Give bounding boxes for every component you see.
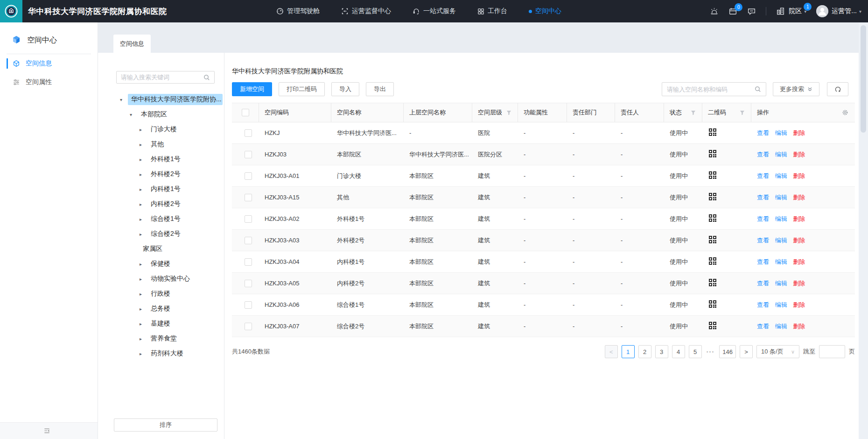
edit-link[interactable]: 编辑 [775,215,787,222]
delete-link[interactable]: 删除 [793,194,805,201]
tree-node[interactable]: ▸ 外科楼2号 [98,167,224,182]
tree-node-label[interactable]: 综合楼1号 [147,213,184,225]
view-link[interactable]: 查看 [757,194,769,201]
delete-link[interactable]: 删除 [793,172,805,179]
row-checkbox[interactable] [245,280,252,287]
row-checkbox[interactable] [245,172,252,180]
tree-node[interactable]: ▾ 本部院区 [98,107,224,122]
tree-node-label[interactable]: 动物实验中心 [147,273,193,284]
sidebar-item-space-info[interactable]: 空间信息 [0,54,98,73]
caret-right-icon[interactable]: ▸ [140,142,147,147]
delete-link[interactable]: 删除 [793,323,805,330]
tree-node-label[interactable]: 家属区 [140,243,166,255]
edit-link[interactable]: 编辑 [775,129,787,136]
tree-node-label[interactable]: 综合楼2号 [147,228,184,240]
tree-search-input[interactable] [121,74,203,81]
delete-link[interactable]: 删除 [793,151,805,158]
edit-link[interactable]: 编辑 [775,237,787,244]
tree-node-label[interactable]: 内科楼2号 [147,198,184,210]
prev-page-button[interactable]: < [605,345,618,358]
qr-code-icon[interactable] [708,127,717,137]
last-page-button[interactable]: 146 [719,345,736,358]
nav-workbench[interactable]: 工作台 [477,7,507,15]
tree-node[interactable]: ▸ 内科楼2号 [98,197,224,212]
filter-icon[interactable] [506,110,511,115]
nav-dashboard[interactable]: 管理驾驶舱 [276,7,320,15]
caret-right-icon[interactable]: ▸ [140,217,147,222]
select-all-checkbox[interactable] [242,109,249,116]
delete-link[interactable]: 删除 [793,237,805,244]
view-link[interactable]: 查看 [757,129,769,136]
row-checkbox[interactable] [245,129,252,137]
row-checkbox[interactable] [245,301,252,309]
caret-right-icon[interactable]: ▸ [140,187,147,192]
tree-node[interactable]: ▸ 基建楼 [98,316,224,331]
tree-node-label[interactable]: 华中科技大学同济医学院附协... [128,94,223,105]
tree-node[interactable]: ▸ 综合楼1号 [98,212,224,227]
qr-code-icon[interactable] [708,149,717,158]
view-link[interactable]: 查看 [757,323,769,330]
import-button[interactable]: 导入 [331,82,359,96]
qr-code-icon[interactable] [708,192,717,201]
page-button[interactable]: 4 [672,345,685,358]
qr-code-icon[interactable] [708,321,717,330]
qr-code-icon[interactable] [708,256,717,266]
view-link[interactable]: 查看 [757,280,769,287]
nav-space-center[interactable]: 空间中心 [529,7,561,15]
tree-node[interactable]: ▸ 门诊大楼 [98,122,224,137]
delete-link[interactable]: 删除 [793,280,805,287]
tree-node[interactable]: ▸ 总务楼 [98,301,224,316]
tree-node-label[interactable]: 总务楼 [147,303,174,314]
tree-node-label[interactable]: 外科楼2号 [147,169,184,180]
tab-space-info[interactable]: 空间信息 [113,35,151,53]
tree-node[interactable]: ▸ 药剂科大楼 [98,346,224,361]
caret-down-icon[interactable]: ▾ [120,97,128,102]
row-checkbox[interactable] [245,194,252,201]
edit-link[interactable]: 编辑 [775,258,787,265]
row-checkbox[interactable] [245,151,252,158]
edit-link[interactable]: 编辑 [775,301,787,308]
user-menu[interactable]: 运营管... ▾ [816,5,861,17]
caret-right-icon[interactable]: ▸ [140,232,147,237]
scrollbar-thumb[interactable] [861,25,866,133]
row-checkbox[interactable] [245,258,252,266]
nav-service[interactable]: 一站式服务 [413,7,456,15]
search-icon[interactable] [755,86,761,92]
qr-code-icon[interactable] [708,235,717,244]
tree-node-label[interactable]: 其他 [147,139,167,150]
alarm-icon[interactable] [710,7,719,16]
caret-right-icon[interactable]: ▸ [140,172,147,177]
page-button[interactable]: 3 [655,345,668,358]
edit-link[interactable]: 编辑 [775,280,787,287]
window-scrollbar[interactable] [859,22,868,439]
search-icon[interactable] [203,74,210,81]
view-link[interactable]: 查看 [757,237,769,244]
next-page-button[interactable]: > [740,345,753,358]
tree-node-label[interactable]: 内科楼1号 [147,184,184,195]
row-checkbox[interactable] [245,323,252,330]
view-link[interactable]: 查看 [757,301,769,308]
tree-node-label[interactable]: 本部院区 [138,109,170,120]
add-space-button[interactable]: 新增空间 [232,82,272,96]
message-icon[interactable] [747,7,756,16]
tree-node[interactable]: 家属区 [98,241,224,256]
tree-node-label[interactable]: 行政楼 [147,288,174,299]
view-link[interactable]: 查看 [757,258,769,265]
tree-node-label[interactable]: 门诊大楼 [147,124,180,135]
view-link[interactable]: 查看 [757,151,769,158]
caret-right-icon[interactable]: ▸ [140,202,147,207]
print-qrcode-button[interactable]: 打印二维码 [279,82,325,96]
campus-switcher[interactable]: 1 院区 ▾ [776,7,806,16]
table-settings-gear-icon[interactable] [842,109,848,116]
caret-right-icon[interactable]: ▸ [140,351,147,356]
page-button[interactable]: 1 [622,345,635,358]
delete-link[interactable]: 删除 [793,258,805,265]
tree-node[interactable]: ▸ 综合楼2号 [98,227,224,241]
tree-node[interactable]: ▸ 其他 [98,137,224,152]
nav-monitor[interactable]: 运营监督中心 [341,7,391,15]
more-search-button[interactable]: 更多搜索 [773,82,819,96]
caret-right-icon[interactable]: ▸ [140,262,147,267]
space-search-input[interactable] [667,86,755,93]
page-button[interactable]: 2 [638,345,651,358]
export-button[interactable]: 导出 [366,82,394,96]
